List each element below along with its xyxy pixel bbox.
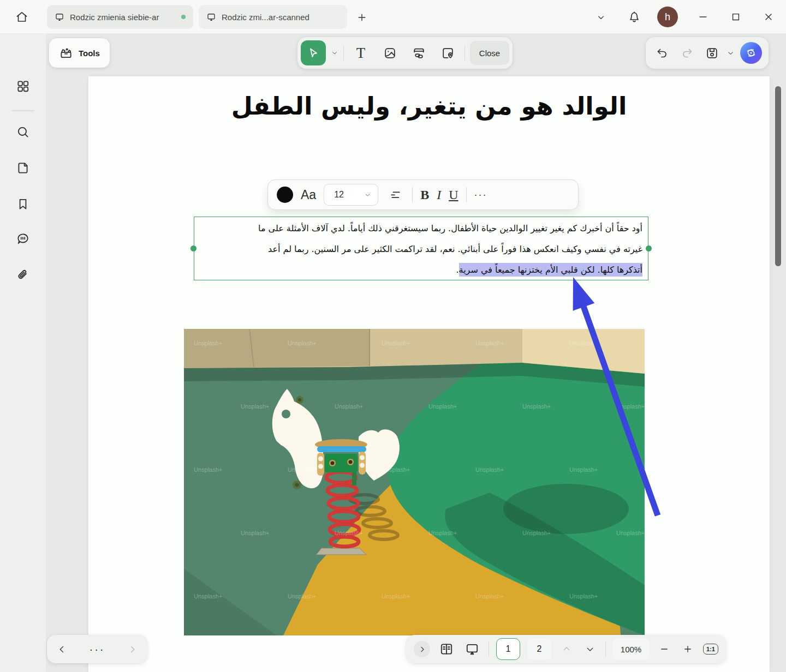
minus-icon	[659, 644, 669, 654]
font-size-select[interactable]: 12	[324, 184, 378, 206]
link-tool-button[interactable]	[407, 41, 431, 65]
document-tab-icon	[55, 12, 64, 22]
bell-icon	[628, 10, 641, 23]
sidebar-item-attachments[interactable]	[14, 266, 32, 284]
stamp-tool-button[interactable]	[436, 41, 460, 65]
sidebar-item-pages[interactable]	[14, 159, 32, 177]
tools-label: Tools	[79, 49, 100, 58]
redo-icon	[681, 46, 694, 59]
home-button[interactable]	[12, 7, 32, 27]
format-divider	[412, 187, 413, 202]
font-style-button[interactable]: Aa	[301, 188, 316, 202]
actual-size-button[interactable]: 1:1	[703, 644, 718, 655]
ai-assistant-button[interactable]	[740, 42, 762, 64]
paragraph-line-1: أود حقاً أن أخبرك كم يغير تغيير الوالدين…	[200, 218, 642, 239]
sidebar-item-bookmarks[interactable]	[14, 195, 32, 213]
comment-icon	[16, 232, 30, 246]
chevron-left-icon[interactable]	[57, 644, 67, 655]
paragraph-line-3: أتذكرها كلها. لكن قلبي الأم يختزنها جميع…	[200, 260, 642, 280]
close-edit-button[interactable]: Close	[470, 41, 509, 65]
ai-swirl-icon	[744, 46, 758, 60]
undo-icon	[656, 46, 669, 59]
history-toolbar	[646, 37, 769, 69]
tools-button[interactable]: Tools	[49, 38, 110, 68]
more-format-options-button[interactable]: ···	[474, 189, 487, 201]
sidebar-divider	[11, 110, 34, 111]
expand-panel-button[interactable]	[414, 641, 430, 657]
italic-button[interactable]: I	[437, 188, 441, 202]
selection-handle-right[interactable]	[646, 245, 652, 251]
grid-icon	[16, 79, 30, 93]
maximize-icon	[730, 11, 741, 22]
select-tool-button[interactable]	[301, 40, 326, 65]
chevron-right-icon	[418, 645, 426, 653]
image-tool-button[interactable]	[378, 41, 402, 65]
format-divider	[466, 187, 467, 202]
next-page-button[interactable]	[582, 637, 598, 661]
minimize-button[interactable]	[694, 8, 712, 26]
zoom-level-button[interactable]: 100%	[613, 638, 649, 660]
document-title[interactable]: الوالد هو من يتغير، وليس الطفل	[88, 92, 770, 121]
tab-label: Rodzic zmi...ar-scanned	[222, 13, 309, 22]
bold-button[interactable]: B	[420, 188, 429, 202]
chevron-up-icon	[562, 644, 571, 654]
toolbar-divider	[465, 45, 465, 61]
search-icon	[16, 125, 30, 139]
tab-rodzic-zmienia-siebie-ar[interactable]: Rodzic zmienia siebie-ar	[47, 5, 193, 29]
text-tool-icon: T	[356, 45, 366, 62]
tab-rodzic-zmi-ar-scanned[interactable]: Rodzic zmi...ar-scanned	[199, 5, 347, 29]
sidebar-item-comments[interactable]	[14, 230, 32, 248]
paperclip-icon	[16, 268, 30, 282]
unsaved-dot	[181, 15, 186, 19]
book-icon	[439, 642, 454, 656]
paragraph-line-2: غيرته في نفسي وكيف انعكس هذا فوراً على أ…	[200, 239, 642, 260]
previous-page-button[interactable]	[558, 637, 575, 661]
zoom-out-button[interactable]	[656, 637, 672, 661]
page-nav-more-button[interactable]: ···	[90, 643, 105, 656]
playground-photo[interactable]: Unsplash+Unsplash+Unsplash+Unsplash+Unsp…	[184, 329, 645, 635]
chevron-down-icon	[364, 191, 371, 199]
minimize-icon	[698, 11, 708, 22]
chevron-down-icon	[596, 13, 606, 22]
tab-label: Rodzic zmienia siebie-ar	[70, 13, 159, 22]
save-button[interactable]	[702, 41, 721, 65]
close-window-button[interactable]	[760, 8, 777, 26]
notifications-button[interactable]	[624, 7, 644, 27]
chevron-right-icon[interactable]	[127, 644, 138, 655]
tabs-dropdown-button[interactable]	[593, 9, 609, 26]
maximize-button[interactable]	[727, 8, 745, 26]
font-color-button[interactable]	[277, 187, 293, 203]
page-button-1[interactable]: 1	[496, 638, 520, 660]
zoom-in-button[interactable]	[680, 637, 696, 661]
title-bar: Rodzic zmienia siebie-ar Rodzic zmi...ar…	[0, 0, 786, 34]
underline-button[interactable]: U	[449, 188, 458, 202]
undo-button[interactable]	[652, 41, 672, 65]
cursor-icon	[307, 46, 320, 59]
save-icon	[705, 46, 719, 60]
status-bar: 1 2 100% 1:1	[406, 635, 726, 663]
select-tool-chevron-icon[interactable]	[331, 49, 338, 57]
presentation-button[interactable]	[463, 637, 481, 661]
image-icon	[383, 46, 397, 60]
page-icon	[16, 161, 30, 175]
new-tab-button[interactable]	[354, 9, 370, 26]
plus-icon	[356, 12, 367, 23]
left-sidebar	[0, 34, 46, 672]
selected-text[interactable]: أتذكرها كلها. لكن قلبي الأم يختزنها جميع…	[459, 263, 642, 277]
photo-illustration	[184, 329, 645, 635]
text-edit-box[interactable]: أود حقاً أن أخبرك كم يغير تغيير الوالدين…	[194, 217, 648, 280]
vertical-scrollbar[interactable]	[775, 86, 781, 266]
alignment-button[interactable]	[386, 183, 404, 207]
reading-view-button[interactable]	[437, 637, 456, 661]
text-tool-button[interactable]: T	[349, 41, 373, 65]
selection-handle-left[interactable]	[190, 245, 196, 251]
page-button-2[interactable]: 2	[527, 638, 551, 660]
status-divider	[605, 641, 606, 657]
redo-button[interactable]	[677, 41, 697, 65]
save-options-chevron-icon[interactable]	[727, 49, 735, 57]
sidebar-item-thumbnails[interactable]	[14, 77, 32, 95]
sidebar-item-search[interactable]	[14, 123, 32, 141]
document-tab-icon	[206, 12, 216, 22]
account-avatar[interactable]: h	[657, 7, 678, 27]
toolbox-icon	[59, 46, 73, 60]
